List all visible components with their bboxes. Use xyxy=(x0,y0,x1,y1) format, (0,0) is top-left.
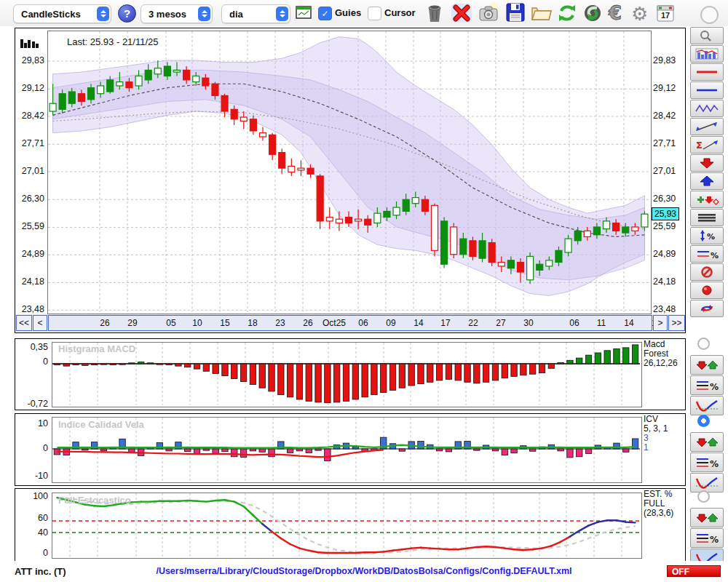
hlines-button[interactable] xyxy=(690,209,724,226)
period-dropdown[interactable]: 3 mesos xyxy=(141,4,213,23)
icv-tick: -10 xyxy=(20,471,48,481)
magnifier-button[interactable] xyxy=(690,27,724,44)
chevron-updown-icon xyxy=(198,7,210,21)
measure-percent-button[interactable]: % xyxy=(690,227,724,244)
zigzag-button[interactable] xyxy=(690,100,724,117)
red-hline-icon xyxy=(693,66,721,78)
icv-radio-button[interactable] xyxy=(697,415,710,427)
icv-updown-arrows-button[interactable] xyxy=(690,432,724,452)
date-tick: 06 xyxy=(358,318,368,328)
config-path-link[interactable]: /Users/mserra/Library/CloudStorage/Dropb… xyxy=(0,566,728,576)
scroll-left-button[interactable]: < xyxy=(33,315,47,331)
price-tick-right: 27,71 xyxy=(653,138,676,148)
price-tick-right: 25,59 xyxy=(653,221,676,231)
last-price-label: Last: 25.93 - 21/11/25 xyxy=(67,36,159,47)
stoch-params-label: EST. % FULL (28,3,6) xyxy=(644,490,673,518)
stoch-plot[interactable] xyxy=(52,493,640,557)
open-folder-icon[interactable] xyxy=(530,2,553,23)
date-tick: Oct25 xyxy=(323,318,346,328)
svg-text:%: % xyxy=(711,251,719,260)
interval-dropdown[interactable]: dia xyxy=(221,4,290,23)
calendar-icon[interactable]: 17 xyxy=(656,4,675,23)
off-toggle[interactable]: OFF xyxy=(667,565,721,577)
price-tick-left: 24,18 xyxy=(17,276,44,287)
macd-vcurve-button[interactable] xyxy=(690,396,724,415)
macd-lines-percent-small-button[interactable]: % xyxy=(690,375,724,395)
blue-hline-button[interactable] xyxy=(690,81,724,99)
refresh-icon[interactable] xyxy=(555,2,579,24)
icv-lines-percent-small-button[interactable]: % xyxy=(690,453,724,472)
stoch-tick: 100 xyxy=(20,491,48,501)
date-tick: 09 xyxy=(386,318,395,328)
arrow-up-blue-icon xyxy=(693,175,721,187)
date-tick: 14 xyxy=(414,318,423,328)
cursor-label: Cursor xyxy=(384,7,416,18)
lines-percent-button[interactable]: % xyxy=(690,245,724,263)
record-dot-button[interactable] xyxy=(690,282,724,299)
sigma-trend-icon: Σ xyxy=(693,139,721,151)
add-marker-button[interactable] xyxy=(690,191,724,208)
arrow-up-blue-button[interactable] xyxy=(690,172,724,190)
macd-tick: -0,72 xyxy=(20,399,48,409)
forbidden-button[interactable] xyxy=(690,263,724,281)
date-tick: 10 xyxy=(192,318,202,328)
swap-arrows-button[interactable] xyxy=(690,300,724,317)
date-tick: 15 xyxy=(220,318,229,328)
date-tick: 06 xyxy=(569,318,579,328)
scroll-far-left-button[interactable]: << xyxy=(16,315,32,331)
price-tick-right: 24,89 xyxy=(653,249,676,259)
stoch-updown-arrows-button[interactable] xyxy=(690,508,724,527)
price-tick-left: 27,71 xyxy=(17,138,44,148)
macd-plot[interactable] xyxy=(52,343,640,405)
macd-tick: 0,35 xyxy=(20,342,48,352)
measure-percent-icon: % xyxy=(693,230,721,242)
scroll-right-button[interactable]: > xyxy=(653,315,668,331)
price-tick-left: 28,42 xyxy=(17,111,44,121)
delete-x-icon[interactable] xyxy=(450,2,473,24)
mini-chart-icon[interactable] xyxy=(296,6,312,19)
date-tick: 29 xyxy=(127,318,137,328)
date-tick: 23 xyxy=(275,318,285,328)
svg-text:⚙: ⚙ xyxy=(631,3,648,24)
interval-value: dia xyxy=(222,9,276,20)
svg-text:%: % xyxy=(710,459,719,469)
macd-title: Histgrama MACD xyxy=(58,343,135,354)
cursor-checkbox[interactable] xyxy=(368,7,381,20)
current-price-badge: 25,93 xyxy=(652,207,679,220)
stoch-tick: 0 xyxy=(20,548,48,558)
price-tick-right: 28,42 xyxy=(653,111,676,121)
stoch-title: Full Estocastico xyxy=(58,495,131,506)
help-icon[interactable]: ? xyxy=(118,4,136,23)
price-tick-left: 23,48 xyxy=(17,304,44,314)
sigma-trend-button[interactable]: Σ xyxy=(690,136,724,154)
blue-hline-icon xyxy=(693,84,721,96)
undo-icon[interactable] xyxy=(582,2,604,24)
stoch-radio-button[interactable] xyxy=(697,490,710,503)
settings-gear-icon[interactable]: ⚙ xyxy=(630,2,652,24)
trash-icon[interactable] xyxy=(424,2,446,24)
trendline-button[interactable] xyxy=(690,118,724,135)
window-radio-button[interactable] xyxy=(700,6,719,24)
zigzag-icon xyxy=(693,103,721,114)
price-plot[interactable] xyxy=(48,31,649,312)
camera-icon[interactable] xyxy=(478,2,501,24)
date-tick: 17 xyxy=(440,318,450,328)
save-icon[interactable] xyxy=(505,2,526,23)
euro-icon[interactable]: € xyxy=(607,2,628,24)
indicator-chart-button[interactable] xyxy=(690,45,724,63)
guies-checkbox[interactable]: ✓ xyxy=(318,7,332,20)
stoch-lines-percent-small-button[interactable]: % xyxy=(690,528,724,548)
scroll-far-right-button[interactable]: >> xyxy=(668,315,685,331)
macd-updown-arrows-button[interactable] xyxy=(690,355,724,375)
arrow-down-red-button[interactable] xyxy=(690,154,724,172)
status-bar: ATT inc. (T) /Users/mserra/Library/Cloud… xyxy=(0,561,728,582)
chevron-updown-icon xyxy=(276,7,288,21)
icv-vcurve-button[interactable] xyxy=(690,473,724,493)
chart-type-dropdown[interactable]: CandleSticks xyxy=(13,4,111,23)
price-tick-right: 29,83 xyxy=(653,55,676,65)
swap-arrows-icon xyxy=(693,303,721,314)
macd-radio-button[interactable] xyxy=(697,338,710,350)
svg-text:%: % xyxy=(710,382,719,392)
price-tick-left: 29,83 xyxy=(17,55,44,65)
red-hline-button[interactable] xyxy=(690,63,724,81)
